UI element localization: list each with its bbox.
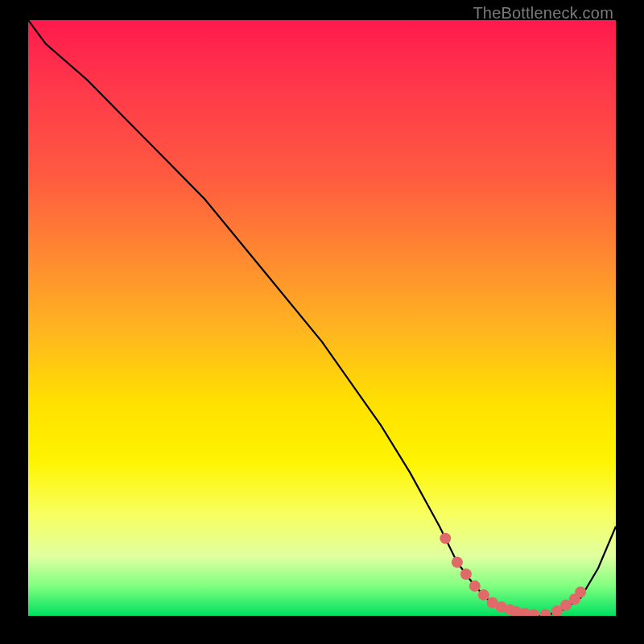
chart-frame (28, 20, 616, 616)
chart-gradient-background (28, 20, 616, 616)
